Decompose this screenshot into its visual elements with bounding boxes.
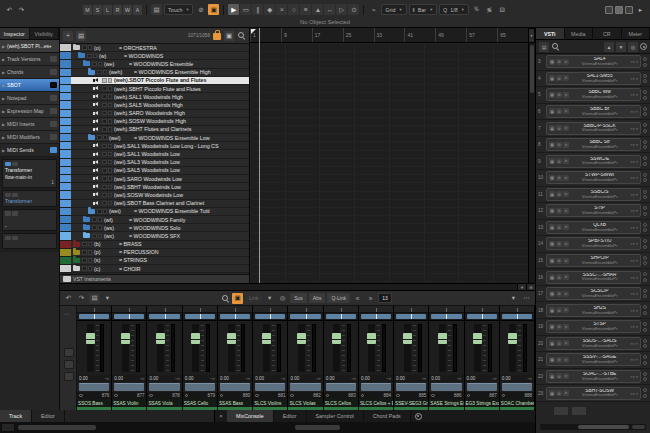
instrument-edit-icon[interactable]: e [563,224,569,230]
next-program-icon[interactable]: ▹ [633,324,635,329]
channel-routing[interactable] [147,306,181,313]
color-tool[interactable]: ⊙ [348,4,359,15]
output-activate-icon[interactable] [643,239,647,243]
instrument-bypass-icon[interactable]: ⊘ [556,208,562,214]
channel-routing[interactable] [218,306,252,313]
pan-control[interactable] [183,313,217,320]
instrument-edit-icon[interactable]: e [563,307,569,313]
instrument-picker-icon[interactable]: ▦ [549,373,555,379]
instrument-picker-icon[interactable]: ▦ [549,357,555,363]
mute-solo-buttons[interactable] [102,111,112,116]
track-filter-icon[interactable]: ▣ [224,31,234,41]
channel-count-field[interactable]: 13 [378,293,392,303]
freeze-icon[interactable] [643,361,647,365]
erase-tool[interactable]: × [276,4,287,15]
peak-readout[interactable]: -∞ [105,376,110,381]
send-edit-icon[interactable] [12,211,18,216]
instrument-picker-icon[interactable]: ▦ [549,224,555,230]
track-presets-icon[interactable]: ▤ [76,31,86,41]
fader-handle[interactable] [227,333,236,344]
peak-readout[interactable]: -∞ [457,376,462,381]
output-activate-icon[interactable] [643,289,647,293]
instrument-capsule[interactable]: ▦ ⊘ e SSOS-...-SAOS ViennaEnsemblePr ◃ ▹… [546,337,641,350]
channel-name[interactable]: SSAS Viola [147,399,181,407]
volume-readout[interactable]: 0.00 [255,376,264,381]
fader-track[interactable] [157,324,164,372]
channel-link-icon[interactable] [114,394,118,398]
next-program-icon[interactable]: ▹ [633,76,635,81]
mixer-channel[interactable]: 0.00 -∞ 885 SSEV-SEG3 Grk [394,306,429,410]
mute-solo-buttons[interactable] [82,45,92,50]
pan-bar[interactable] [149,314,179,319]
mixer-channel[interactable]: 0.00 -∞ 888 SOAC Chamber [500,306,535,410]
track-row[interactable]: (wel) = WOODWINDS Ensemble Low [60,134,249,142]
mixer-channel[interactable]: 0.00 -∞ 881 SLCS Violins [253,306,288,410]
channel-control-buttons[interactable] [183,382,217,392]
instrument-edit-icon[interactable]: e [563,59,569,65]
instrument-bypass-icon[interactable]: ⊘ [556,390,562,396]
pan-bar[interactable] [255,314,285,319]
program-menu-icon[interactable]: ▿ [636,109,638,114]
close-lower-zone-button[interactable]: × [215,410,227,422]
program-menu-icon[interactable]: ▿ [636,159,638,164]
channel-control-buttons[interactable] [288,382,322,392]
mixer-channel[interactable]: 0.00 -∞ 879 SSAS Cello [183,306,218,410]
instrument-capsule[interactable]: ▦ ⊘ e SSBC/S ViennaEnsemblePr ◃ ▹ ▿ [546,188,641,201]
instrument-capsule[interactable]: ▦ ⊘ e SBHT-SOSW ViennaEnsemblePr ◃ ▹ ▿ [546,387,641,400]
channel-control-buttons[interactable] [218,382,252,392]
channel-routing[interactable] [394,306,428,313]
instrument-edit-icon[interactable]: e [563,241,569,247]
output-activate-icon[interactable] [643,256,647,260]
instrument-bypass-icon[interactable]: ⊘ [556,175,562,181]
iterative-quantize-icon[interactable]: ％ [471,4,482,15]
fader-track[interactable] [404,324,411,372]
automation-button[interactable]: L [103,5,112,15]
instrument-picker-icon[interactable]: ▦ [549,390,555,396]
instrument-capsule[interactable]: ▦ ⊘ e SSWC/E ViennaEnsemblePr ◃ ▹ ▿ [546,155,641,168]
setup-toolbar-icon[interactable]: ▸ [635,4,646,15]
automation-button[interactable]: S [93,5,102,15]
channel-name[interactable]: SLCS Violins [253,399,287,407]
prev-program-icon[interactable]: ◃ [630,76,632,81]
channel-name[interactable]: SLCS Cellos [324,399,358,407]
mixer-channel[interactable]: 0.00 -∞ 876 SSOS Bass [77,306,112,410]
mute-solo-buttons[interactable] [102,160,112,165]
vsti-slot[interactable]: 6 ▦ ⊘ e SBBC Br ViennaEnsemblePr ◃ ▹ ▿ [536,104,650,121]
undo-icon[interactable]: ↶ [4,4,15,15]
instrument-capsule[interactable]: ▦ ⊘ e SCSC/P ViennaEnsemblePr ◃ ▹ ▿ [546,287,641,300]
right-zone-tab[interactable]: Meter [622,28,650,39]
volume-readout[interactable]: 0.00 [114,376,123,381]
inspector-section[interactable]: ▶ MIDI Inserts [0,118,59,131]
vsti-slot[interactable]: 20 ▦ ⊘ e SSOS-...-SAOS ViennaEnsemblePr … [536,336,650,353]
program-menu-icon[interactable]: ▿ [636,308,638,313]
instrument-capsule[interactable]: ▦ ⊘ e STtP ViennaEnsemblePr ◃ ▹ ▿ [546,204,641,217]
output-activate-icon[interactable] [643,74,647,78]
instrument-picker-icon[interactable]: ▦ [549,59,555,65]
mute-solo-buttons[interactable] [102,152,112,157]
channel-routing[interactable] [77,306,111,313]
send-power-icon[interactable] [5,211,11,216]
fader-track[interactable] [87,324,94,372]
instrument-capsule[interactable]: ▦ ⊘ e SOAC-...-STBE ViennaEnsemblePr ◃ ▹… [546,370,641,383]
instrument-picker-icon[interactable]: ▦ [549,108,555,114]
channel-routing[interactable] [324,306,358,313]
prev-program-icon[interactable]: ◃ [630,374,632,379]
mute-solo-buttons[interactable] [102,144,112,149]
output-activate-icon[interactable] [643,90,647,94]
freeze-icon[interactable] [643,96,647,100]
inspector-section[interactable]: ▶ MIDI Sends [0,144,59,157]
snap-icon[interactable]: ⌁ [368,4,379,15]
channel-link-icon[interactable] [255,394,259,398]
instrument-edit-icon[interactable]: e [563,125,569,131]
automation-button[interactable]: A [133,5,142,15]
fader-handle[interactable] [86,333,95,344]
channel-name[interactable]: EG3 Strings Exc [465,399,499,407]
mute-solo-buttons[interactable] [102,127,112,132]
scrollbar-thumb[interactable] [632,425,645,429]
freeze-icon[interactable] [643,311,647,315]
mute-solo-buttons[interactable] [102,201,112,206]
fader-track[interactable] [333,324,340,372]
next-program-icon[interactable]: ▹ [633,374,635,379]
volume-readout[interactable]: 0.00 [79,376,88,381]
next-program-icon[interactable]: ▹ [633,59,635,64]
